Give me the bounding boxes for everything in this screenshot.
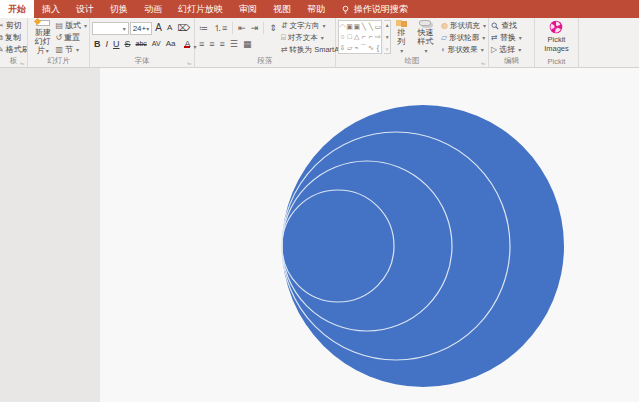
gallery-more-button[interactable]: ▿	[386, 46, 389, 52]
underline-button[interactable]: U	[111, 37, 122, 51]
shape-effects-button[interactable]: ◐ 形状效果	[441, 44, 486, 56]
align-left-button[interactable]: ≡	[197, 37, 206, 52]
tab-design[interactable]: 设计	[68, 0, 102, 18]
replace-button[interactable]: ⇄ 替换	[491, 32, 532, 44]
dropdown-caret	[399, 46, 403, 56]
shape-icon[interactable]: ⌒	[360, 44, 367, 51]
align-right-button[interactable]: ≡	[218, 37, 227, 52]
italic-button[interactable]: I	[104, 37, 111, 51]
character-spacing-button[interactable]: AV	[150, 37, 163, 51]
shape-icon[interactable]: ○	[340, 33, 344, 40]
align-center-button[interactable]: ≡	[207, 37, 216, 52]
cut-button[interactable]: ✂ 剪切	[0, 20, 25, 32]
shape-icon[interactable]: ⌐	[369, 33, 373, 40]
tab-review[interactable]: 审阅	[231, 0, 265, 18]
tab-home[interactable]: 开始	[0, 0, 34, 18]
scissors-icon: ✂	[0, 22, 4, 30]
copy-icon: ⧉	[0, 34, 3, 42]
gallery-down-arrow[interactable]: ▼	[385, 34, 390, 40]
dropdown-caret	[423, 46, 427, 56]
drawing-dialog-launcher[interactable]: ⌙	[481, 59, 486, 66]
slide-circle-shape[interactable]	[282, 105, 564, 387]
tell-me-label: 操作说明搜索	[354, 3, 408, 16]
gallery-up-arrow[interactable]: ▲	[385, 22, 390, 28]
quick-styles-icon	[419, 20, 431, 26]
line-spacing-button[interactable]: ⇕	[267, 21, 279, 36]
slide-editing-area[interactable]	[100, 68, 639, 402]
quick-styles-button[interactable]: 快速样式	[412, 20, 439, 56]
tab-animations[interactable]: 动画	[136, 0, 170, 18]
font-size-combo[interactable]: 24+▾	[130, 22, 153, 35]
format-painter-button[interactable]: ✎ 格式刷	[0, 44, 25, 56]
dropdown-caret	[322, 20, 326, 32]
dropdown-caret	[83, 20, 87, 32]
select-cursor-icon: ▷	[491, 46, 497, 54]
shape-icon[interactable]: ▭	[375, 23, 382, 30]
shrink-font-button[interactable]: A	[165, 21, 174, 35]
section-button[interactable]: ▥ 节	[55, 44, 87, 56]
font-name-combo[interactable]: ▾	[92, 22, 129, 35]
columns-button[interactable]: ▦	[241, 37, 254, 52]
shape-icon[interactable]: △	[354, 33, 359, 40]
copy-button[interactable]: ⧉ 复制	[0, 32, 25, 44]
change-case-button[interactable]: Aa	[164, 37, 178, 51]
tab-slideshow[interactable]: 幻灯片放映	[170, 0, 231, 18]
text-shadow-button[interactable]: abc	[134, 37, 149, 51]
find-button[interactable]: 查找	[491, 20, 532, 32]
dropdown-caret	[45, 46, 49, 55]
tab-help[interactable]: 帮助	[299, 0, 333, 18]
tab-transitions[interactable]: 切换	[102, 0, 136, 18]
bullets-button[interactable]: ≔	[197, 21, 210, 36]
layout-button[interactable]: ▤ 版式	[55, 20, 87, 32]
shape-icon[interactable]: ⌐	[362, 33, 366, 40]
clear-formatting-button[interactable]: ⌦	[175, 21, 192, 35]
tab-insert[interactable]: 插入	[34, 0, 68, 18]
clipboard-dialog-launcher[interactable]: ⌙	[20, 59, 25, 66]
brush-icon: ✎	[0, 46, 4, 54]
gallery-scroll[interactable]: ▲ ▼ ▿	[384, 20, 390, 54]
section-icon: ▥	[55, 46, 63, 54]
strikethrough-button[interactable]: S	[123, 37, 133, 51]
shape-icon[interactable]: ╲	[362, 23, 366, 30]
bold-button[interactable]: B	[92, 37, 103, 51]
shape-outline-button[interactable]: ▱ 形状轮廓	[441, 32, 486, 44]
arrange-icon	[396, 20, 407, 27]
grow-font-button[interactable]: A	[153, 21, 164, 35]
numbering-button[interactable]: ⒈≡	[211, 21, 229, 36]
new-slide-button[interactable]: 新建 幻灯片	[30, 20, 55, 56]
shape-fill-button[interactable]: ◍ 形状填充	[441, 20, 486, 32]
justify-button[interactable]: ☰	[228, 37, 240, 52]
group-slides: 新建 幻灯片 ▤ 版式 ↺ 重置 ▥ 节 幻灯片	[28, 18, 90, 67]
shape-icon[interactable]: ▱	[347, 44, 352, 51]
decrease-indent-button[interactable]: ⇤	[236, 21, 248, 36]
ribbon: ✂ 剪切 ⧉ 复制 ✎ 格式刷 板 ⌙ 新建 幻灯片 ▤	[0, 18, 639, 68]
font-dialog-launcher[interactable]: ⌙	[187, 59, 192, 66]
font-color-button[interactable]: A	[183, 39, 191, 49]
shape-icon[interactable]: {	[377, 44, 379, 51]
shape-icon[interactable]: ╲	[369, 23, 373, 30]
slides-group-label: 幻灯片	[28, 56, 89, 66]
group-font: ▾ 24+▾ A A ⌦ B I U S abc AV Aa A 字体	[90, 18, 195, 67]
divider	[232, 22, 233, 34]
slide-thumbnail-pane[interactable]	[0, 68, 100, 402]
tell-me-search[interactable]: 操作说明搜索	[333, 0, 416, 18]
arrange-button[interactable]: 排列	[393, 20, 410, 56]
shape-icon[interactable]: ⇨	[375, 33, 381, 40]
shape-icon[interactable]: ⌁	[355, 44, 359, 51]
select-button[interactable]: ▷ 选择	[491, 44, 532, 56]
slide-shapes	[100, 68, 639, 402]
lightbulb-icon	[341, 5, 350, 14]
shape-icon[interactable]: ▣	[346, 23, 353, 30]
shape-icon[interactable]: □	[348, 33, 352, 40]
shape-icon[interactable]: ◠	[339, 23, 345, 30]
pickit-images-button[interactable]: Pickit Images	[544, 20, 569, 56]
shapes-gallery[interactable]: ◠ ▣ ▣ ╲ ╲ ▭ ○ □ △ ⌐ ⌐ ⇨ ⇩ ▱ ⌁ ⌒ ∿ {	[338, 20, 382, 54]
increase-indent-button[interactable]: ⇥	[249, 21, 261, 36]
tab-view[interactable]: 视图	[265, 0, 299, 18]
shape-icon[interactable]: ⇩	[340, 44, 346, 51]
group-clipboard: ✂ 剪切 ⧉ 复制 ✎ 格式刷 板 ⌙	[0, 18, 28, 67]
shape-icon[interactable]: ∿	[368, 44, 374, 51]
shape-icon[interactable]: ▣	[353, 23, 360, 30]
reset-button[interactable]: ↺ 重置	[55, 32, 87, 44]
group-drawing: ◠ ▣ ▣ ╲ ╲ ▭ ○ □ △ ⌐ ⌐ ⇨ ⇩ ▱ ⌁ ⌒ ∿ { ▲	[336, 18, 489, 67]
